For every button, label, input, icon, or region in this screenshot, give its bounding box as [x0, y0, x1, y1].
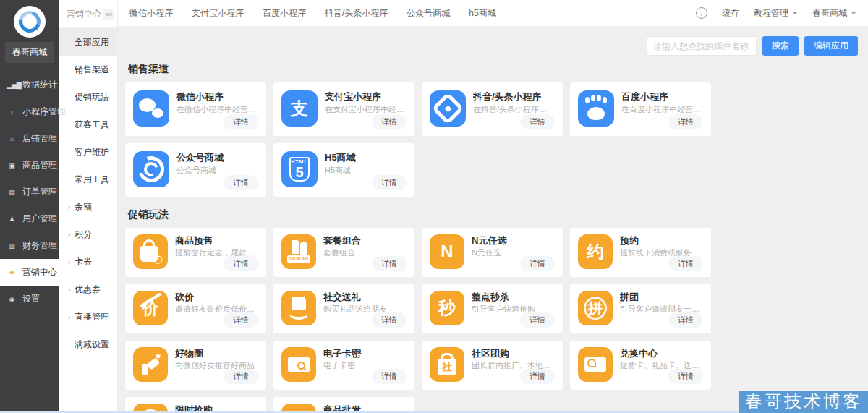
chevron-down-icon — [792, 12, 798, 17]
submenu-item[interactable]: › 直播管理 — [59, 303, 117, 331]
search-input[interactable] — [647, 36, 757, 56]
top-tab[interactable]: 微信小程序 — [129, 7, 173, 20]
submenu-item[interactable]: 获客工具 — [59, 111, 117, 138]
detail-button[interactable]: 详情 — [372, 369, 407, 384]
sidebar-item[interactable]: ▂▅▇ 数据统计 — [0, 72, 59, 98]
sidebar-item[interactable]: ▤ 订单管理 — [0, 179, 59, 205]
sidebar-item[interactable]: ▥ 财务管理 — [0, 232, 59, 259]
app-card-body: 支付宝小程序 在支付宝小程序中经营你的店铺 详情 — [325, 90, 407, 129]
submenu-item[interactable]: › 卡券 — [59, 248, 117, 276]
sidebar-item-label: 订单管理 — [22, 186, 57, 198]
app-card[interactable]: ★ 好物圈 向微信好友推荐好商品 详情 — [125, 341, 266, 390]
sidebar-item[interactable]: ❖ 营销中心 — [0, 259, 59, 286]
detail-button[interactable]: 详情 — [224, 369, 258, 384]
submenu-item[interactable]: › 余额 — [59, 193, 117, 221]
detail-button[interactable]: 详情 — [520, 312, 555, 328]
app-card[interactable]: 社交送礼 购买礼品送给朋友 详情 — [273, 284, 414, 333]
submenu-item[interactable]: 销售渠道 — [59, 56, 117, 83]
app-card-body: 兑换中心 提货卡、礼品卡、送礼神器 详情 — [620, 347, 703, 384]
account-menu[interactable]: 春哥商城 — [812, 7, 856, 20]
submenu-item[interactable]: 全部应用 — [59, 28, 117, 56]
app-card[interactable]: 兑换中心 提货卡、礼品卡、送礼神器 详情 — [570, 341, 711, 390]
top-tab[interactable]: 支付宝小程序 — [192, 7, 244, 20]
app-card-desc: 在抖音/头条小程序中经营你的... — [473, 104, 555, 114]
app-card-desc: 提前线下消费或服务 — [620, 247, 703, 256]
app-card-body: 抖音/头条小程序 在抖音/头条小程序中经营你的... 详情 — [473, 90, 555, 129]
app-card[interactable]: 5 HTML H5商城 H5商城 详情 — [273, 143, 414, 197]
app-card-body: 电子卡密 电子卡密 详情 — [323, 347, 407, 384]
sidebar-item[interactable]: ◉ 设置 — [0, 286, 59, 312]
app-card[interactable]: 约 预约 提前线下消费或服务 详情 — [570, 228, 711, 277]
app-card-desc: 提货卡、礼品卡、送礼神器 — [620, 360, 703, 369]
sidebar-item-icon: ♪ — [7, 108, 17, 116]
submenu-item[interactable]: 满减设置 — [59, 331, 117, 358]
detail-button[interactable]: 详情 — [668, 369, 703, 384]
detail-button[interactable]: 详情 — [520, 114, 555, 129]
card-grid: ◷ 商品预售 提前交付定金，尾款享受优惠 详情 — [125, 228, 858, 413]
app-card[interactable]: combo 套餐组合 套餐组合 详情 — [273, 228, 414, 277]
app-card[interactable]: 秒 整点秒杀 引导客户快速抢购 详情 — [422, 284, 563, 333]
app-card[interactable]: N N元任选 N元任选 详情 — [422, 228, 563, 277]
submenu-item-label: 常用工具 — [75, 174, 109, 186]
app-card[interactable]: 百度小程序 在百度小程序中经营你的店铺 详情 — [570, 82, 711, 136]
submenu-item[interactable]: 客户维护 — [59, 138, 117, 166]
tutorial-menu[interactable]: 教程管理 — [754, 7, 798, 20]
app-card[interactable]: ◷ 商品预售 提前交付定金，尾款享受优惠 详情 — [125, 228, 266, 277]
sidebar-item[interactable]: ♪ 小程序管理 — [0, 98, 59, 125]
detail-button[interactable]: 详情 — [372, 256, 407, 271]
app-card[interactable]: 微信小程序 在微信小程序中经营你的店铺 详情 — [125, 82, 266, 136]
edit-apps-button[interactable]: 编辑应用 — [804, 36, 858, 56]
detail-button[interactable]: 详情 — [372, 114, 407, 129]
app-card-title: 兑换中心 — [620, 347, 703, 358]
sidebar-item[interactable]: ▣ 商品管理 — [0, 152, 59, 179]
app-card[interactable]: 拼 拼团 引导客户邀请朋友一起拼团购买 详情 — [570, 284, 711, 333]
app-card[interactable]: 公众号商城 公众号商城 详情 — [125, 143, 266, 197]
app-card[interactable]: 价 砍价 邀请好友砍价后低价购买 详情 — [125, 284, 266, 333]
detail-button[interactable]: 详情 — [520, 369, 555, 384]
detail-button[interactable]: 详情 — [668, 256, 703, 271]
submenu-item[interactable]: 常用工具 — [59, 166, 117, 193]
detail-button[interactable]: 详情 — [224, 312, 258, 328]
submenu-item-label: 满减设置 — [75, 339, 109, 351]
top-tab[interactable]: h5商城 — [469, 7, 495, 20]
detail-button[interactable]: 详情 — [224, 114, 258, 129]
detail-button[interactable]: 详情 — [224, 175, 258, 190]
submenu-item-label: 直播管理 — [75, 311, 109, 323]
app-card-desc: 在微信小程序中经营你的店铺 — [176, 104, 258, 114]
download-icon[interactable]: ↓ — [696, 7, 707, 19]
sidebar-item[interactable]: ⌂ 店铺管理 — [0, 125, 59, 152]
search-button[interactable]: 搜索 — [762, 36, 799, 56]
cache-button[interactable]: 缓存 — [722, 7, 739, 20]
submenu-item[interactable]: › 优惠券 — [59, 276, 117, 303]
top-tab[interactable]: 抖音/头条小程序 — [325, 7, 388, 20]
detail-button[interactable]: 详情 — [520, 256, 555, 271]
submenu-item[interactable]: › 积分 — [59, 221, 117, 248]
app-card[interactable]: 电子卡密 电子卡密 详情 — [273, 341, 414, 390]
app-card-icon: 5 HTML — [281, 151, 318, 187]
detail-button[interactable]: 详情 — [372, 312, 407, 328]
detail-button[interactable]: 详情 — [668, 114, 703, 129]
top-tab[interactable]: 公众号商城 — [407, 7, 450, 20]
app-card[interactable]: 支 支付宝小程序 在支付宝小程序中经营你的店铺 详情 — [273, 82, 414, 136]
submenu-item[interactable]: 促销玩法 — [59, 83, 117, 111]
app-card-body: 社交送礼 购买礼品送给朋友 详情 — [323, 291, 407, 328]
primary-sidebar: 春哥商城 ▂▅▇ 数据统计 ♪ 小程序管理 ⌂ 店铺管理 ▣ 商品管理 ▤ — [0, 0, 59, 413]
sidebar-item-icon: ⌂ — [7, 135, 17, 142]
app-card-icon — [133, 90, 169, 127]
collapse-button[interactable]: << — [103, 9, 114, 20]
tutorial-menu-label: 教程管理 — [754, 7, 788, 20]
account-menu-label: 春哥商城 — [812, 7, 847, 20]
detail-button[interactable]: 详情 — [372, 175, 407, 190]
detail-button[interactable]: 详情 — [224, 256, 258, 271]
detail-button[interactable]: 详情 — [668, 312, 703, 328]
submenu-item-label: 获客工具 — [75, 119, 109, 131]
app-card[interactable]: 抖音/头条小程序 在抖音/头条小程序中经营你的... 详情 — [422, 82, 563, 136]
app-card-title: 砍价 — [175, 291, 258, 302]
icon-glyph: N — [441, 243, 453, 260]
app-card-title: 预约 — [620, 234, 703, 245]
app-card[interactable]: 社 社区团购 团长群内推广、本地社区自提 详情 — [422, 341, 563, 390]
app-card-icon — [578, 90, 614, 127]
top-tab[interactable]: 百度小程序 — [263, 7, 306, 20]
sidebar-item[interactable]: ♟ 用户管理 — [0, 205, 59, 232]
sidebar-item-label: 小程序管理 — [22, 106, 66, 118]
